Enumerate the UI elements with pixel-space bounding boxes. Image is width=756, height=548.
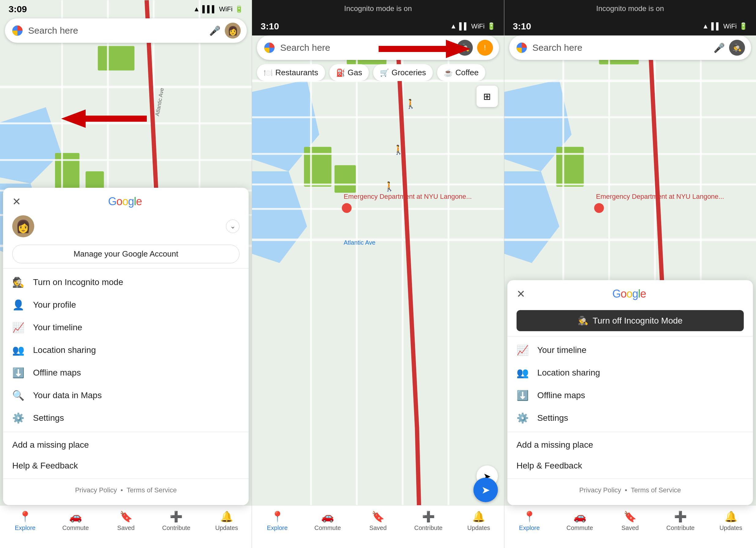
status-icons-1: ▲ ▌▌▌ WiFi 🔋 [193, 5, 243, 13]
incognito-add-place-item[interactable]: Add a missing place [507, 435, 753, 455]
explore-icon-1: 📍 [19, 510, 31, 523]
settings-item[interactable]: ⚙️ Settings [3, 407, 249, 429]
nav-contribute-2[interactable]: ➕ Contribute [403, 510, 454, 531]
pill-groceries-2[interactable]: 🛒 Groceries [373, 64, 433, 81]
add-missing-label: Add a missing place [12, 440, 89, 450]
offline-maps-label: Offline maps [33, 368, 81, 378]
nav-explore-3[interactable]: 📍 Explore [504, 510, 555, 531]
avatar-1[interactable]: 👩 [225, 23, 241, 39]
pill-restaurants-2[interactable]: 🍽️ Restaurants [257, 64, 325, 81]
search-input-1[interactable]: Search here [28, 25, 205, 36]
incognito-banner-2: Incognito mode is on [252, 0, 504, 17]
mic-icon-1[interactable]: 🎤 [209, 25, 221, 36]
nav-commute-2[interactable]: 🚗 Commute [302, 510, 353, 531]
svg-rect-48 [504, 116, 756, 118]
gas-icon-2: ⛽ [336, 69, 345, 77]
data-maps-label: Your data in Maps [33, 391, 102, 400]
incognito-location-sharing-item[interactable]: 👥 Location sharing [507, 361, 753, 384]
menu-footer: Privacy Policy • Terms of Service [3, 481, 249, 499]
nav-contribute-1[interactable]: ➕ Contribute [151, 510, 202, 531]
status-bar-3: 3:10 ▲ ▌▌ WiFi 🔋 [504, 17, 756, 35]
svg-rect-29 [252, 208, 504, 210]
menu-avatar[interactable]: 👩 [12, 215, 34, 237]
pill-coffee-2[interactable]: ☕ Coffee [437, 64, 485, 81]
contribute-icon-1: ➕ [170, 510, 183, 523]
turn-off-incognito-icon: 🕵️ [578, 316, 588, 326]
saved-label-3: Saved [621, 524, 639, 531]
nav-commute-1[interactable]: 🚗 Commute [50, 510, 101, 531]
location-sharing-item[interactable]: 👥 Location sharing [3, 339, 249, 361]
explore-icon-3: 📍 [523, 510, 536, 523]
incognito-avatar-btn[interactable]: 🕵️ [457, 40, 473, 56]
time-3: 3:10 [513, 21, 531, 31]
nav-explore-1[interactable]: 📍 Explore [0, 510, 50, 531]
saved-label-2: Saved [369, 524, 387, 531]
layer-btn-2[interactable]: ⊞ [476, 86, 498, 107]
svg-rect-6 [0, 86, 252, 88]
turn-off-incognito-btn[interactable]: 🕵️ Turn off Incognito Mode [517, 310, 744, 331]
search-input-3[interactable]: Search here [532, 43, 709, 53]
help-feedback-item[interactable]: Help & Feedback [3, 455, 249, 476]
location-icon-2: ▲ [450, 22, 457, 30]
incognito-terms-link[interactable]: Terms of Service [631, 486, 681, 494]
nav-saved-3[interactable]: 🔖 Saved [605, 510, 655, 531]
incognito-settings-icon: ⚙️ [517, 412, 529, 424]
svg-rect-3 [98, 46, 135, 71]
add-missing-place-item[interactable]: Add a missing place [3, 435, 249, 455]
svg-rect-23 [304, 147, 332, 187]
nav-commute-3[interactable]: 🚗 Commute [554, 510, 605, 531]
location-sharing-icon: 👥 [12, 344, 24, 356]
nav-updates-1[interactable]: 🔔 Updates [202, 510, 252, 531]
menu-close-btn[interactable]: ✕ [12, 195, 21, 208]
offline-maps-item[interactable]: ⬇️ Offline maps [3, 361, 249, 384]
incognito-settings-item[interactable]: ⚙️ Settings [507, 407, 753, 429]
data-maps-item[interactable]: 🔍 Your data in Maps [3, 384, 249, 407]
incognito-settings-label: Settings [537, 413, 568, 423]
incognito-mode-item[interactable]: 🕵️ Turn on Incognito mode [3, 271, 249, 294]
incognito-timeline-item[interactable]: 📈 Your timeline [507, 339, 753, 361]
google-logo-1 [11, 24, 24, 37]
svg-point-36 [342, 203, 352, 213]
search-input-2[interactable]: Search here [280, 43, 452, 53]
mic-icon-3[interactable]: 🎤 [713, 43, 725, 53]
updates-label-1: Updates [215, 524, 238, 531]
updates-label-3: Updates [719, 524, 742, 531]
nav-saved-1[interactable]: 🔖 Saved [101, 510, 151, 531]
restaurants-icon-2: 🍽️ [264, 69, 273, 77]
bottom-nav-1: 📍 Explore 🚗 Commute 🔖 Saved ➕ Contribute… [0, 505, 252, 548]
timeline-item[interactable]: 📈 Your timeline [3, 316, 249, 339]
nav-contribute-3[interactable]: ➕ Contribute [655, 510, 706, 531]
incognito-privacy-link[interactable]: Privacy Policy [579, 486, 621, 494]
incognito-help-item[interactable]: Help & Feedback [507, 455, 753, 476]
commute-label-1: Commute [62, 524, 89, 531]
nav-explore-2[interactable]: 📍 Explore [252, 510, 302, 531]
incognito-banner-text-3: Incognito mode is on [596, 4, 664, 13]
offline-maps-icon: ⬇️ [12, 367, 24, 379]
incognito-timeline-label: Your timeline [537, 345, 587, 355]
svg-rect-32 [356, 0, 358, 548]
menu-dropdown-btn[interactable]: ⌄ [226, 220, 239, 233]
nav-updates-2[interactable]: 🔔 Updates [454, 510, 504, 531]
nav-updates-3[interactable]: 🔔 Updates [706, 510, 756, 531]
nav-saved-2[interactable]: 🔖 Saved [353, 510, 403, 531]
contribute-label-1: Contribute [162, 524, 190, 531]
commute-label-3: Commute [566, 524, 593, 531]
pill-gas-2[interactable]: ⛽ Gas [329, 64, 369, 81]
search-bar-1[interactable]: Search here 🎤 👩 [5, 18, 247, 43]
navigate-btn-2[interactable]: ➤ [473, 478, 498, 502]
google-logo-incognito-menu: Google [612, 287, 646, 300]
incognito-footer-dot: • [625, 486, 627, 494]
profile-item[interactable]: 👤 Your profile [3, 294, 249, 316]
search-bar-3[interactable]: Search here 🎤 🕵️ [509, 35, 751, 60]
privacy-policy-link[interactable]: Privacy Policy [75, 486, 117, 494]
terms-link[interactable]: Terms of Service [127, 486, 177, 494]
svg-rect-27 [252, 153, 504, 155]
incognito-menu-close-btn[interactable]: ✕ [517, 288, 525, 300]
incognito-offline-maps-item[interactable]: ⬇️ Offline maps [507, 384, 753, 407]
search-bar-2[interactable]: Search here 🕵️ ! [257, 35, 499, 60]
manage-account-button[interactable]: Manage your Google Account [12, 245, 239, 263]
contribute-label-3: Contribute [666, 524, 695, 531]
incognito-divider-1 [507, 336, 753, 336]
menu-account: 👩 ⌄ [3, 213, 249, 240]
incognito-avatar-btn-3[interactable]: 🕵️ [729, 40, 745, 56]
